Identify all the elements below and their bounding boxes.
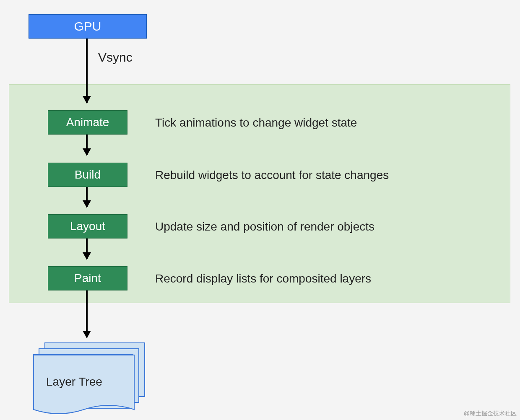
arrow-paint-to-layertree bbox=[86, 290, 88, 337]
layout-description: Update size and position of render objec… bbox=[155, 220, 374, 233]
layer-tree-node: Layer Tree bbox=[33, 342, 142, 410]
gpu-node: GPU bbox=[29, 14, 147, 39]
gpu-label: GPU bbox=[74, 19, 101, 34]
animate-label: Animate bbox=[66, 116, 109, 129]
arrow-gpu-to-animate bbox=[86, 39, 88, 103]
paint-label: Paint bbox=[74, 272, 101, 285]
paint-description: Record display lists for composited laye… bbox=[155, 272, 371, 285]
paint-node: Paint bbox=[48, 266, 127, 290]
layout-node: Layout bbox=[48, 214, 127, 239]
arrow-layout-to-paint bbox=[86, 239, 88, 259]
animate-description: Tick animations to change widget state bbox=[155, 116, 357, 130]
arrow-animate-to-build bbox=[86, 135, 88, 155]
pipeline-diagram: GPU Vsync Animate Tick animations to cha… bbox=[0, 0, 520, 420]
watermark-text: @稀土掘金技术社区 bbox=[464, 410, 517, 417]
build-label: Build bbox=[75, 168, 101, 181]
arrow-build-to-layout bbox=[86, 187, 88, 207]
build-description: Rebuild widgets to account for state cha… bbox=[155, 169, 389, 182]
layer-tree-label: Layer Tree bbox=[46, 375, 102, 389]
build-node: Build bbox=[48, 163, 127, 187]
layer-sheet-icon: Layer Tree bbox=[33, 354, 133, 409]
layout-label: Layout bbox=[70, 220, 105, 233]
vsync-edge-label: Vsync bbox=[98, 50, 133, 65]
animate-node: Animate bbox=[48, 110, 127, 135]
